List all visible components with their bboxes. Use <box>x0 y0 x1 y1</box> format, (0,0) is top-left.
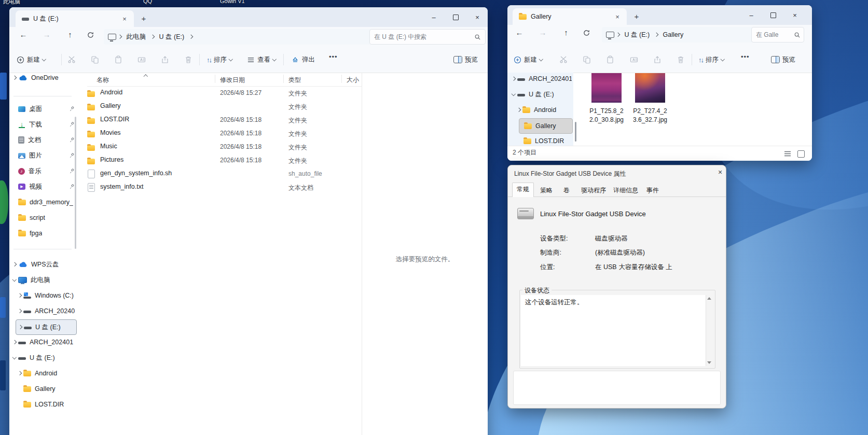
file-row-lostdir[interactable]: LOST.DIR 2026/4/8 15:18 文件夹 <box>78 113 361 127</box>
breadcrumb-usb-drive[interactable]: U 盘 (E:) <box>622 31 653 39</box>
delete-icon[interactable] <box>677 55 685 64</box>
sidebar-item-gallery-selected[interactable]: Gallery <box>519 118 573 134</box>
delete-icon[interactable] <box>184 55 192 64</box>
dialog-tab-details[interactable]: 详细信息 <box>610 184 642 197</box>
preview-pane-button[interactable]: 预览 <box>771 52 795 67</box>
sidebar-item-android[interactable]: Android <box>16 366 77 381</box>
paste-icon[interactable] <box>606 55 614 64</box>
file-row-gen-dyn-system-info[interactable]: gen_dyn_system_info.sh sh_auto_file <box>78 167 361 180</box>
sidebar-item-script[interactable]: script <box>10 211 77 225</box>
close-button[interactable]: × <box>469 10 486 24</box>
dialog-tab-driver[interactable]: 驱动程序 <box>577 184 610 197</box>
scroll-up-icon[interactable] <box>707 297 711 300</box>
file-row-android[interactable]: Android 2026/4/8 15:27 文件夹 <box>78 86 361 100</box>
breadcrumb-gallery[interactable]: Gallery <box>660 31 687 38</box>
sidebar-item-pictures[interactable]: 图片 <box>10 148 77 163</box>
breadcrumb-usb-drive[interactable]: U 盘 (E:) <box>156 33 188 41</box>
sort-button[interactable]: ↑↓ 排序 <box>698 52 724 67</box>
sidebar-item-gallery[interactable]: Gallery <box>23 382 77 396</box>
image-filename[interactable]: P1_T25.8_22.0_30.8.jpg <box>588 107 625 124</box>
minimize-button[interactable]: – <box>425 10 443 24</box>
new-button[interactable]: 新建 <box>17 52 46 67</box>
refresh-button[interactable] <box>87 31 100 39</box>
sidebar-item-arch-20240[interactable]: ARCH_20240 <box>16 304 77 318</box>
image-thumbnail-p1[interactable] <box>591 73 622 103</box>
details-view-icon[interactable] <box>784 150 791 157</box>
desktop-icon-label[interactable]: Gowin V1 <box>220 0 245 4</box>
sidebar-item-windows-c[interactable]: Windows (C:) <box>16 288 77 303</box>
rename-icon[interactable] <box>137 55 146 64</box>
sidebar-item-downloads[interactable]: ↓ 下载 <box>10 117 77 132</box>
large-icons-view-icon[interactable] <box>797 150 805 158</box>
copy-icon[interactable] <box>583 55 591 64</box>
sidebar-item-documents[interactable]: 文档 <box>10 133 77 147</box>
desktop-icon-label[interactable]: QQ <box>143 0 152 4</box>
maximize-button[interactable] <box>764 8 782 22</box>
sidebar-item-desktop[interactable]: 桌面 <box>10 102 77 116</box>
minimize-button[interactable]: – <box>742 8 760 22</box>
sidebar-item-usb-drive-2[interactable]: U 盘 (E:) <box>10 350 77 365</box>
sidebar-item-lostdir[interactable]: LOST.DIR <box>23 397 77 412</box>
close-button[interactable]: × <box>786 8 804 22</box>
image-thumbnail-p2[interactable] <box>635 73 665 103</box>
dialog-tab-policies[interactable]: 策略 <box>536 184 557 197</box>
sidebar-item-usb-drive[interactable]: U 盘 (E:) <box>509 87 572 102</box>
back-button[interactable]: ← <box>17 30 30 39</box>
new-button[interactable]: 新建 <box>514 52 543 67</box>
maximize-button[interactable] <box>447 10 464 24</box>
new-tab-button[interactable]: + <box>138 13 149 25</box>
search-input[interactable] <box>752 31 794 38</box>
device-status-textarea[interactable]: 这个设备运转正常。 <box>521 295 713 366</box>
view-button[interactable]: 查看 <box>247 52 276 67</box>
file-row-system-info[interactable]: system_info.txt 文本文档 <box>78 180 361 194</box>
share-icon[interactable] <box>161 55 169 64</box>
new-tab-button[interactable]: + <box>631 11 642 23</box>
sidebar-item-wps-cloud[interactable]: WPS云盘 <box>10 257 77 272</box>
tab-usb-drive[interactable]: U 盘 (E:) × <box>16 10 134 27</box>
sidebar-scrollbar[interactable] <box>75 117 76 249</box>
column-separator[interactable] <box>283 75 284 83</box>
dialog-tab-general[interactable]: 常规 <box>512 183 534 197</box>
paste-icon[interactable] <box>114 55 122 64</box>
dialog-close-button[interactable]: × <box>714 168 726 178</box>
sort-button[interactable]: ↑↓ 排序 <box>206 52 232 67</box>
refresh-button[interactable] <box>583 29 596 37</box>
share-icon[interactable] <box>653 55 662 64</box>
preview-pane-divider[interactable] <box>362 73 362 435</box>
file-row-pictures[interactable]: Pictures 2026/4/8 15:18 文件夹 <box>78 153 361 167</box>
breadcrumb-this-pc[interactable]: 此电脑 <box>123 33 149 41</box>
tab-close-icon[interactable]: × <box>119 15 130 23</box>
sidebar-item-fpga[interactable]: fpga <box>10 226 77 241</box>
file-row-movies[interactable]: Movies 2026/4/8 15:18 文件夹 <box>78 127 361 140</box>
preview-pane-button[interactable]: 预览 <box>453 52 478 67</box>
sidebar-item-android[interactable]: Android <box>515 103 572 117</box>
back-button[interactable]: ← <box>513 28 526 37</box>
file-row-music[interactable]: Music 2026/4/8 15:18 文件夹 <box>78 140 361 153</box>
cut-icon[interactable] <box>67 55 76 64</box>
column-separator[interactable] <box>215 75 215 83</box>
sidebar-item-music[interactable]: ♪ 音乐 <box>10 164 77 178</box>
scroll-down-icon[interactable] <box>707 361 711 364</box>
copy-icon[interactable] <box>91 55 99 64</box>
textarea-scrollbar[interactable] <box>706 295 713 366</box>
rename-icon[interactable] <box>630 55 638 64</box>
dialog-tab-events[interactable]: 事件 <box>643 184 663 197</box>
sidebar-item-videos[interactable]: ▶ 视频 <box>10 179 77 194</box>
forward-button[interactable]: → <box>40 30 53 39</box>
column-separator[interactable] <box>341 75 342 83</box>
more-options-button[interactable]: ••• <box>741 53 750 61</box>
sidebar-item-onedrive[interactable]: OneDrive <box>10 71 77 85</box>
sidebar-item-arch-202401[interactable]: ARCH_202401 <box>509 72 572 86</box>
sidebar-item-arch-202401[interactable]: ARCH_202401 <box>10 335 77 349</box>
image-filename[interactable]: P2_T27.4_23.6_32.7.jpg <box>631 107 669 124</box>
column-header-name[interactable]: 名称 <box>97 76 109 85</box>
desktop-icon-label[interactable]: 此电脑 <box>3 0 20 6</box>
search-input[interactable] <box>370 33 474 40</box>
file-row-gallery[interactable]: Gallery 文件夹 <box>78 100 361 113</box>
column-header-size[interactable]: 大小 <box>347 76 359 85</box>
sidebar-item-usb-drive-selected[interactable]: U 盘 (E:) <box>16 319 77 335</box>
dialog-tab-volumes[interactable]: 卷 <box>559 184 574 197</box>
column-header-date[interactable]: 修改日期 <box>220 76 245 85</box>
tab-close-icon[interactable]: × <box>612 13 623 21</box>
up-button[interactable]: ↑ <box>559 28 573 37</box>
